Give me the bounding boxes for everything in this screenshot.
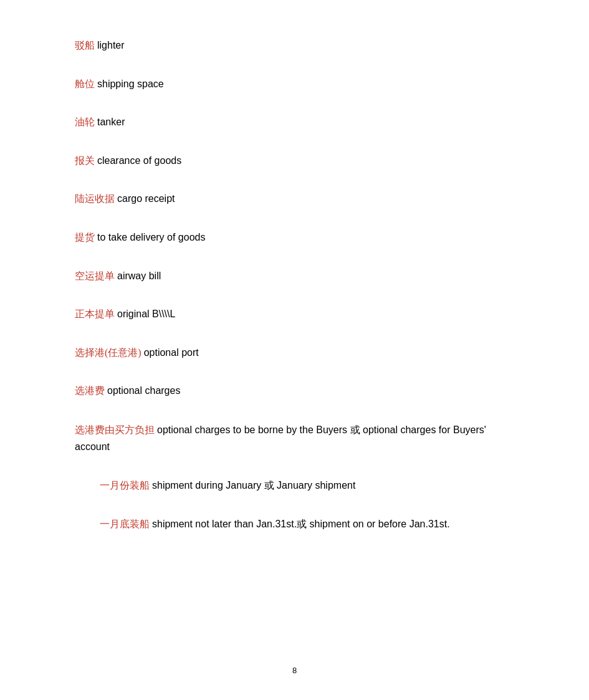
english-text: clearance of goods [97,155,181,166]
entry-january-end-shipment: 一月底装船 shipment not later than Jan.31st.或… [100,516,514,532]
chinese-text: 油轮 [75,117,95,127]
entry-shipping-space: 舱位 shipping space [75,76,514,92]
entry-original-bl: 正本提单 original B\\\\L [75,306,514,322]
chinese-text: 驳船 [75,40,95,50]
english-text: shipment not later than Jan.31st.或 shipm… [152,519,450,529]
chinese-text: 选港费 [75,385,105,396]
chinese-text: 舱位 [75,79,95,89]
chinese-text: 陆运收据 [75,193,115,204]
chinese-text: 选港费由买方负担 [75,424,155,435]
entry-airway-bill: 空运提单 airway bill [75,268,514,284]
entry-optional-charges: 选港费 optional charges [75,383,514,399]
entry-lighter: 驳船 lighter [75,37,514,54]
english-text: to take delivery of goods [97,232,205,242]
english-text: shipping space [97,79,164,89]
entry-clearance-of-goods: 报关 clearance of goods [75,153,514,169]
english-text: original B\\\\L [117,309,175,319]
entry-tanker: 油轮 tanker [75,114,514,130]
english-text: airway bill [117,271,161,281]
chinese-text: 一月份装船 [100,480,150,491]
chinese-text: 选择港(任意港) [75,347,141,358]
english-text: optional port [144,347,199,358]
english-text: tanker [97,117,125,127]
chinese-text: 提货 [75,232,95,242]
chinese-text: 报关 [75,155,95,166]
entry-optional-port: 选择港(任意港) optional port [75,345,514,361]
entry-january-shipment: 一月份装船 shipment during January 或 January … [100,477,514,494]
chinese-text: 一月底装船 [100,519,150,529]
entry-take-delivery: 提货 to take delivery of goods [75,229,514,246]
english-text: lighter [97,40,125,50]
english-text: optional charges [107,385,180,396]
page-number: 8 [292,666,297,675]
entry-optional-charges-buyers: 选港费由买方负担 optional charges to be borne by… [75,421,514,455]
chinese-text: 空运提单 [75,271,115,281]
page-content: 驳船 lighter 舱位 shipping space 油轮 tanker 报… [0,0,589,605]
chinese-text: 正本提单 [75,309,115,319]
english-text: cargo receipt [117,193,175,204]
english-text: shipment during January 或 January shipme… [152,480,355,491]
entry-cargo-receipt: 陆运收据 cargo receipt [75,191,514,207]
